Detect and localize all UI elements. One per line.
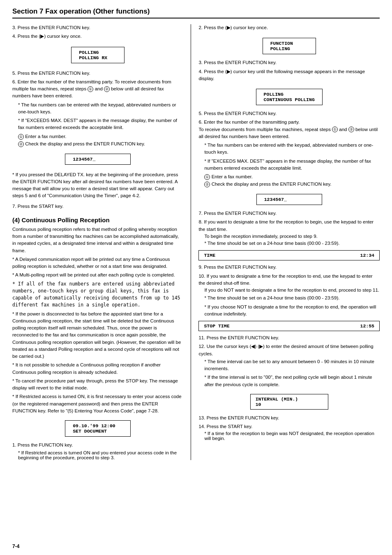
step-text: Enter the fax number of the transmitting… xyxy=(198,120,378,139)
step-num: 2. xyxy=(198,25,203,30)
step-num: 11. xyxy=(198,335,205,340)
right-step-9: 9. Press the ENTER FUNCTION key. xyxy=(198,264,380,271)
right-sub2: ② Check the display and press the ENTER … xyxy=(204,182,380,187)
right-step-10: 10. If you want to designate a time for … xyxy=(198,273,380,294)
step-text: Press the ENTER FUNCTION key. xyxy=(18,25,90,30)
rbox1-line2: POLLING xyxy=(270,46,308,51)
rbox3-line1: 1234567_ xyxy=(264,197,314,202)
step-text: Press the ENTER FUNCTION key. xyxy=(18,71,90,76)
left-step-1: 1. Press the FUNCTION key. xyxy=(12,442,183,449)
bullet-4: * It is not possible to schedule a Conti… xyxy=(12,362,183,376)
circle-sub2: ② xyxy=(18,141,24,147)
right-sub1: ① Enter a fax number. xyxy=(204,174,380,180)
step-num: 13. xyxy=(198,415,205,420)
rbox1-line1: FUNCTION xyxy=(270,41,308,46)
step-num: 5. xyxy=(12,71,16,76)
page: Section 7 Fax operation (Other functions… xyxy=(0,0,392,555)
box4-label: TIME xyxy=(204,253,215,258)
circle-r1: ① xyxy=(332,127,338,132)
left-step-4: 4. Press the (▶) cursor key once. xyxy=(12,33,183,40)
step-num: 3. xyxy=(198,60,203,65)
step-num: 3. xyxy=(12,25,16,30)
step-num: 12. xyxy=(198,344,205,349)
right-step-7: 7. Press the ENTER FUNCTION key. xyxy=(198,210,380,217)
step10-text2: If you do NOT want to designate a time f… xyxy=(204,288,379,292)
left-step-3: 3. Press the ENTER FUNCTION key. xyxy=(12,24,183,31)
step8-text2: To begin the reception immediately, proc… xyxy=(204,234,317,239)
left-sub1: ① Enter a fax number. xyxy=(18,134,183,140)
step-num: 10. xyxy=(198,274,205,279)
box6-line2: 10 xyxy=(256,402,323,407)
step-text: Press the (▶) cursor key once. xyxy=(18,34,82,39)
step-num: 9. xyxy=(198,265,203,269)
right-step-4: 4. Press the (▶) cursor key until the fo… xyxy=(198,68,380,83)
circle-1: ① xyxy=(88,86,93,92)
left-step-7: 7. Press the START key. xyxy=(12,203,183,210)
circle-rsub1: ① xyxy=(204,174,210,180)
step-text: Press the (▶) cursor key once. xyxy=(204,25,268,30)
right-step-8: 8. If you want to designate a time for t… xyxy=(198,219,380,247)
step-text: Press the ENTER FUNCTION key. xyxy=(204,265,277,269)
circle-sub1: ① xyxy=(18,134,24,140)
step-text: Press the ENTER FUNCTION key. xyxy=(207,415,279,420)
box1-line1: POLLING xyxy=(79,50,117,55)
step-text: Press the (▶) cursor key until the follo… xyxy=(198,69,365,81)
left-sub2: ② Check the display and press the ENTER … xyxy=(18,141,183,147)
step8-note: * The time should be set on a 24-hour ti… xyxy=(204,241,339,246)
right-column: 2. Press the (▶) cursor key once. FUNCTI… xyxy=(191,24,380,460)
box-date: 09.10.'99 12:00 SET DOCUMENT xyxy=(12,417,183,440)
right-note-14: * If a time for the reception to begin w… xyxy=(204,431,380,441)
step-text: Use the cursor keys (◀) (▶) to enter the… xyxy=(198,344,373,356)
step-num: 1. xyxy=(12,442,16,447)
right-note-12: * The time interval can be set to any am… xyxy=(204,358,380,388)
rsub2-text: Check the display and press the ENTER FU… xyxy=(212,182,332,187)
step-num: 4. xyxy=(198,69,203,74)
bullets: * A Delayed communication report will be… xyxy=(12,256,183,415)
step-text: Press the START key. xyxy=(18,204,64,209)
box-continuous-polling: POLLING CONTINUOUS POLLING xyxy=(198,85,380,108)
circle-2: ② xyxy=(104,86,110,92)
step-text: Press the FUNCTION key. xyxy=(18,442,73,447)
step-text: Press the ENTER FUNCTION key. xyxy=(204,111,277,116)
left-note-delayed: * If you pressed the DELAYED TX. key at … xyxy=(12,171,183,200)
box6-line1: INTERVAL (MIN.) xyxy=(256,396,323,402)
rsub1-text: Enter a fax number. xyxy=(212,174,253,179)
step-text: If you want to designate a time for the … xyxy=(198,219,374,231)
left-note-6a: * The fax numbers can be entered with th… xyxy=(18,101,183,131)
step-num: 6. xyxy=(12,79,16,84)
box-stop-time: STOP TIME 12:55 xyxy=(198,321,380,331)
right-step-6: 6. Enter the fax number of the transmitt… xyxy=(198,119,380,140)
right-step-12: 12. Use the cursor keys (◀) (▶) to enter… xyxy=(198,343,380,357)
box1-line2: POLLING RX xyxy=(79,55,117,60)
right-step-11: 11. Press the ENTER FUNCTION key. xyxy=(198,334,380,341)
step-num: 7. xyxy=(198,211,203,216)
step-num: 8. xyxy=(198,219,203,224)
right-step-13: 13. Press the ENTER FUNCTION key. xyxy=(198,415,380,421)
sub1-text: Enter a fax number. xyxy=(25,134,66,139)
box-interval: INTERVAL (MIN.) 10 xyxy=(198,391,380,413)
box3-line1: 09.10.'99 12:00 xyxy=(73,423,123,428)
right-step-14: 14. Press the START key. xyxy=(198,423,380,430)
bullet-7: * If Restricted access is turned ON, it … xyxy=(12,393,183,415)
section-title: Section 7 Fax operation (Other functions… xyxy=(12,7,380,18)
right-note-10: * The time should be set on a 24-hour ti… xyxy=(204,295,380,318)
step-num: 7. xyxy=(12,204,16,209)
bullet-0: * A Delayed communication report will be… xyxy=(12,256,183,270)
right-step-2: 2. Press the (▶) cursor key once. xyxy=(198,24,380,31)
bullet-3: * If the power is disconnected to fax be… xyxy=(12,311,183,360)
left-column: 3. Press the ENTER FUNCTION key. 4. Pres… xyxy=(12,24,191,460)
rbox2-line1: POLLING xyxy=(264,92,315,97)
subsection-intro: Continuous polling reception refers to t… xyxy=(12,226,183,254)
step-text: Press the START key. xyxy=(207,424,253,429)
step-num: 6. xyxy=(198,120,203,124)
box-function-polling: FUNCTION POLLING xyxy=(198,35,380,58)
step-text: Enter the fax number of the transmitting… xyxy=(12,79,171,99)
box5-value: 12:55 xyxy=(360,323,374,329)
circle-r2: ② xyxy=(348,127,354,132)
box-time: TIME 12:34 xyxy=(198,250,380,260)
sub2-text: Check the display and press the ENTER FU… xyxy=(25,141,145,146)
box-polling: POLLING POLLING RX xyxy=(12,44,183,67)
box4-value: 12:34 xyxy=(360,253,374,258)
left-note-bottom: * If Restricted access is turned ON and … xyxy=(18,450,183,460)
step-text: Press the ENTER FUNCTION key. xyxy=(204,60,277,65)
